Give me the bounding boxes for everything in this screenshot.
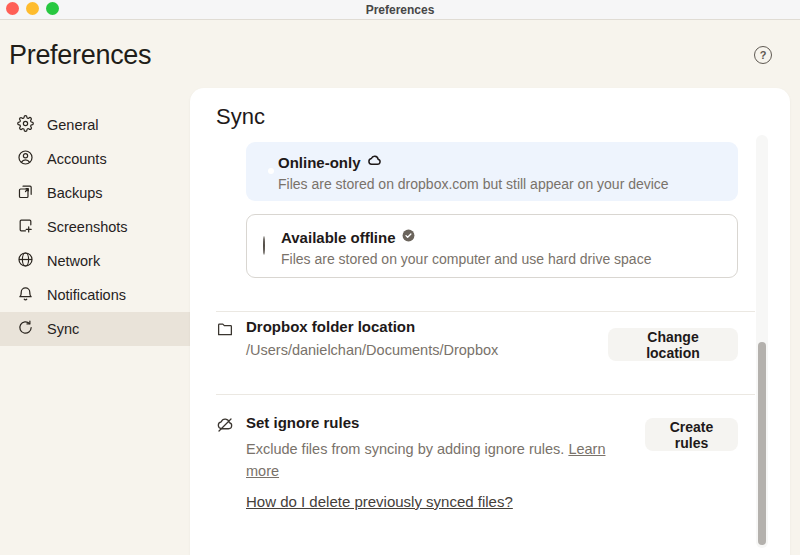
help-icon[interactable]: ? — [754, 46, 772, 64]
sidebar-item-general[interactable]: General — [0, 108, 190, 142]
sync-arrows-icon — [17, 319, 34, 339]
sidebar-item-network[interactable]: Network — [0, 244, 190, 278]
folder-location-title: Dropbox folder location — [246, 318, 498, 335]
screenshot-frame-plus-icon — [17, 217, 34, 237]
option-label: Online-only — [278, 154, 361, 171]
sidebar-item-backups[interactable]: Backups — [0, 176, 190, 210]
bell-icon — [17, 285, 34, 305]
sidebar-item-label: Sync — [47, 321, 79, 337]
sync-settings-panel: Sync Online-only Files are stored on dro… — [190, 88, 790, 555]
option-available-offline[interactable]: Available offline Files are stored on yo… — [246, 214, 738, 278]
delete-synced-files-link[interactable]: How do I delete previously synced files? — [246, 493, 513, 510]
divider — [216, 394, 755, 395]
zoom-window-button[interactable] — [46, 2, 59, 15]
sidebar-item-label: Network — [47, 253, 100, 269]
sidebar-item-label: General — [47, 117, 99, 133]
globe-icon — [17, 251, 34, 271]
titlebar-title: Preferences — [366, 3, 435, 17]
sidebar-item-accounts[interactable]: Accounts — [0, 142, 190, 176]
sidebar-item-label: Accounts — [47, 151, 107, 167]
ignore-rules-description: Exclude files from syncing by adding ign… — [246, 438, 608, 482]
check-badge-icon — [401, 228, 416, 247]
online-only-radio[interactable] — [246, 142, 262, 162]
sidebar-item-label: Backups — [47, 185, 103, 201]
person-circle-icon — [17, 149, 34, 169]
page-title: Preferences — [9, 40, 151, 71]
option-description: Files are stored on dropbox.com but stil… — [278, 176, 669, 192]
ignore-rules-title: Set ignore rules — [246, 414, 608, 431]
divider — [216, 311, 755, 312]
section-heading: Sync — [216, 104, 265, 130]
sidebar-item-label: Screenshots — [47, 219, 128, 235]
titlebar: Preferences — [0, 0, 800, 20]
sidebar-item-screenshots[interactable]: Screenshots — [0, 210, 190, 244]
folder-icon — [216, 320, 234, 342]
option-description: Files are stored on your computer and us… — [281, 251, 651, 267]
backup-box-arrow-icon — [17, 183, 34, 203]
sidebar-item-label: Notifications — [47, 287, 126, 303]
sidebar-item-notifications[interactable]: Notifications — [0, 278, 190, 312]
gear-icon — [17, 115, 34, 135]
preferences-window: Preferences Preferences ? General Accoun… — [0, 0, 800, 555]
change-location-button[interactable]: Change location — [608, 328, 738, 361]
option-online-only[interactable]: Online-only Files are stored on dropbox.… — [246, 142, 738, 201]
traffic-lights — [6, 2, 59, 15]
cloud-slash-icon — [216, 416, 234, 438]
scrollbar-thumb[interactable] — [758, 342, 766, 545]
create-rules-button[interactable]: Create rules — [645, 418, 738, 451]
option-label: Available offline — [281, 229, 395, 246]
folder-location-path: /Users/danielchan/Documents/Dropbox — [246, 342, 498, 358]
minimize-window-button[interactable] — [26, 2, 39, 15]
scrollbar-track[interactable] — [756, 135, 768, 548]
close-window-button[interactable] — [6, 2, 19, 15]
sidebar: General Accounts Backups Screenshots Net… — [0, 108, 190, 346]
sidebar-item-sync[interactable]: Sync — [0, 312, 190, 346]
cloud-icon — [367, 153, 382, 172]
available-offline-radio[interactable] — [247, 215, 265, 255]
